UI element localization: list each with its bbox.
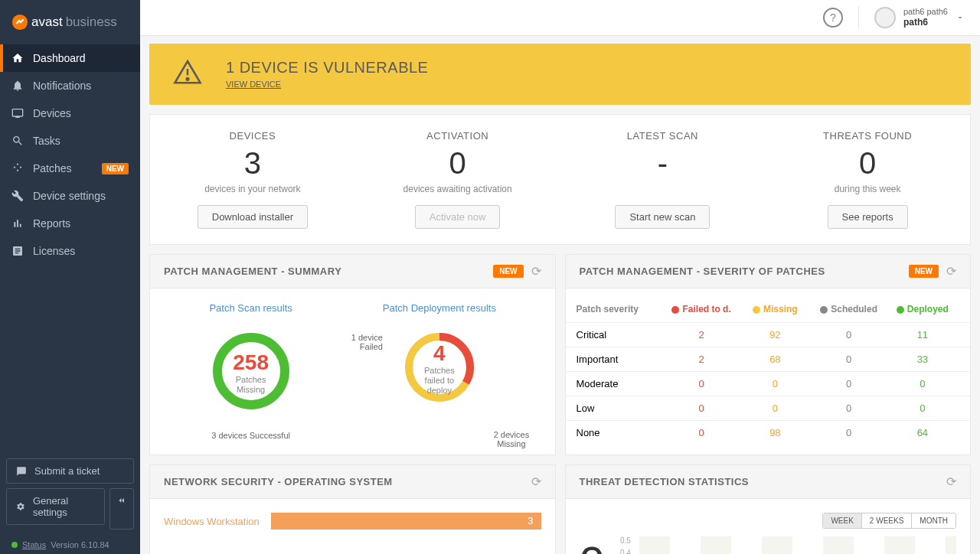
sev-failed: 2 bbox=[665, 329, 738, 341]
home-icon bbox=[11, 52, 24, 64]
sev-deployed: 0 bbox=[886, 402, 959, 414]
alert-title: 1 DEVICE IS VULNERABLE bbox=[226, 59, 428, 77]
sev-deployed: 33 bbox=[886, 354, 959, 365]
os-panel: NETWORK SECURITY - OPERATING SYSTEM ⟳ Wi… bbox=[149, 464, 556, 554]
general-settings-label: General settings bbox=[33, 495, 95, 518]
severity-header: Failed to d. bbox=[665, 304, 738, 314]
refresh-icon[interactable]: ⟳ bbox=[946, 264, 956, 279]
collapse-sidebar-button[interactable] bbox=[109, 488, 134, 530]
sidebar: avast business DashboardNotificationsDev… bbox=[0, 0, 140, 554]
sev-scheduled: 0 bbox=[812, 378, 886, 389]
chevron-down-icon bbox=[956, 13, 965, 22]
donut-scan-sub: Patches Missing bbox=[230, 375, 272, 395]
sev-name: Critical bbox=[577, 329, 665, 341]
severity-panel: PATCH MANAGEMENT - SEVERITY OF PATCHES N… bbox=[565, 254, 972, 455]
stat-label: THREATS FOUND bbox=[765, 130, 970, 142]
stat-button[interactable]: Start new scan bbox=[615, 205, 710, 229]
sidebar-item-licenses[interactable]: Licenses bbox=[0, 237, 140, 265]
help-button[interactable]: ? bbox=[823, 8, 843, 28]
threat-chart-area bbox=[639, 536, 956, 554]
severity-header-row: Patch severityFailed to d.MissingSchedul… bbox=[566, 296, 971, 322]
refresh-icon[interactable]: ⟳ bbox=[531, 264, 541, 279]
sidebar-item-label: Notifications bbox=[33, 80, 91, 92]
refresh-icon[interactable]: ⟳ bbox=[531, 474, 541, 489]
sev-missing: 0 bbox=[738, 402, 812, 414]
stat-label: DEVICES bbox=[150, 130, 355, 142]
sev-name: Moderate bbox=[577, 378, 665, 389]
severity-header: Deployed bbox=[886, 304, 959, 314]
sidebar-item-label: Device settings bbox=[33, 190, 106, 202]
os-row: Windows Workstation3 bbox=[164, 513, 541, 530]
submit-ticket-button[interactable]: Submit a ticket bbox=[6, 458, 134, 484]
sidebar-item-devices[interactable]: Devices bbox=[0, 99, 140, 127]
sidebar-item-dashboard[interactable]: Dashboard bbox=[0, 44, 140, 72]
severity-header: Missing bbox=[738, 304, 812, 314]
donut-deploy-num: 4 bbox=[420, 341, 459, 366]
sidebar-item-label: Licenses bbox=[33, 245, 75, 257]
stat-threats-found: THREATS FOUND 0 during this week See rep… bbox=[765, 130, 970, 229]
stat-sub: devices awaiting activation bbox=[355, 184, 560, 194]
severity-header: Scheduled bbox=[812, 304, 886, 314]
sidebar-item-device-settings[interactable]: Device settings bbox=[0, 182, 140, 210]
y-tick: 0.4 bbox=[620, 549, 631, 554]
time-tab-week[interactable]: WEEK bbox=[823, 513, 861, 528]
chat-icon bbox=[16, 466, 27, 477]
stat-label: ACTIVATION bbox=[355, 130, 560, 142]
stat-sub: during this week bbox=[765, 184, 970, 194]
donut-scan-title: Patch Scan results bbox=[209, 302, 293, 314]
user-line1: path6 path6 bbox=[903, 6, 948, 17]
refresh-icon[interactable]: ⟳ bbox=[946, 474, 956, 489]
stat-label: LATEST SCAN bbox=[560, 130, 766, 142]
status-link[interactable]: Status bbox=[22, 540, 46, 549]
nav-badge: NEW bbox=[102, 163, 129, 174]
patch-summary-panel: PATCH MANAGEMENT - SUMMARY NEW ⟳ Patch S… bbox=[149, 254, 556, 455]
sev-missing: 0 bbox=[738, 378, 812, 389]
panel-title: THREAT DETECTION STATISTICS bbox=[580, 476, 750, 487]
sidebar-item-reports[interactable]: Reports bbox=[0, 210, 140, 237]
stat-devices: DEVICES 3 devices in your network Downlo… bbox=[150, 130, 355, 229]
logo: avast business bbox=[0, 0, 140, 44]
content: 1 DEVICE IS VULNERABLE VIEW DEVICE DEVIC… bbox=[140, 36, 980, 554]
license-icon bbox=[11, 245, 24, 257]
status-dot-icon bbox=[11, 542, 18, 548]
user-menu[interactable]: path6 path6 path6 bbox=[858, 6, 965, 29]
sidebar-item-label: Patches bbox=[33, 162, 72, 174]
donut-deploy-sub: Patches failed to deploy bbox=[420, 366, 459, 396]
sidebar-item-patches[interactable]: PatchesNEW bbox=[0, 155, 140, 182]
severity-row: Low 0 0 0 0 bbox=[566, 396, 971, 420]
sev-scheduled: 0 bbox=[812, 329, 886, 341]
main: ? path6 path6 path6 1 DEVICE IS VULNERAB… bbox=[140, 0, 980, 554]
nav: DashboardNotificationsDevicesTasksPatche… bbox=[0, 44, 140, 452]
sev-name: Important bbox=[577, 354, 665, 365]
time-tab-month[interactable]: MONTH bbox=[912, 513, 956, 528]
sev-failed: 0 bbox=[665, 427, 738, 438]
alert-link[interactable]: VIEW DEVICE bbox=[226, 80, 428, 89]
stats-row: DEVICES 3 devices in your network Downlo… bbox=[149, 114, 971, 245]
time-tab-2-weeks[interactable]: 2 WEEKS bbox=[862, 513, 912, 528]
sev-deployed: 0 bbox=[886, 378, 959, 389]
stat-value: 0 bbox=[765, 146, 970, 181]
general-settings-button[interactable]: General settings bbox=[6, 488, 105, 525]
stat-activation: ACTIVATION 0 devices awaiting activation… bbox=[355, 130, 560, 229]
severity-header: Patch severity bbox=[577, 304, 665, 314]
severity-row: None 0 98 0 64 bbox=[566, 420, 971, 445]
wrench-icon bbox=[11, 190, 24, 202]
alert-banner: 1 DEVICE IS VULNERABLE VIEW DEVICE bbox=[149, 44, 971, 105]
stat-button[interactable]: See reports bbox=[828, 205, 908, 229]
sidebar-item-label: Dashboard bbox=[33, 52, 86, 64]
panel-title: PATCH MANAGEMENT - SUMMARY bbox=[164, 266, 341, 277]
os-bar: 3 bbox=[271, 513, 541, 530]
sidebar-item-tasks[interactable]: Tasks bbox=[0, 127, 140, 155]
avast-logo-icon bbox=[11, 14, 28, 31]
donut-scan: 258 Patches Missing bbox=[209, 329, 293, 416]
sidebar-item-notifications[interactable]: Notifications bbox=[0, 72, 140, 99]
logo-text: avast bbox=[31, 15, 63, 30]
donut-deploy-title: Patch Deployment results bbox=[383, 302, 496, 314]
panel-title: NETWORK SECURITY - OPERATING SYSTEM bbox=[164, 476, 393, 487]
stat-button[interactable]: Download installer bbox=[198, 205, 308, 229]
sidebar-item-label: Tasks bbox=[33, 135, 60, 147]
sev-missing: 68 bbox=[738, 354, 812, 365]
time-tabs: WEEK2 WEEKSMONTH bbox=[822, 513, 956, 529]
stat-value: 0 bbox=[355, 146, 560, 181]
status-line: Status Version 6.10.84 bbox=[0, 536, 140, 554]
